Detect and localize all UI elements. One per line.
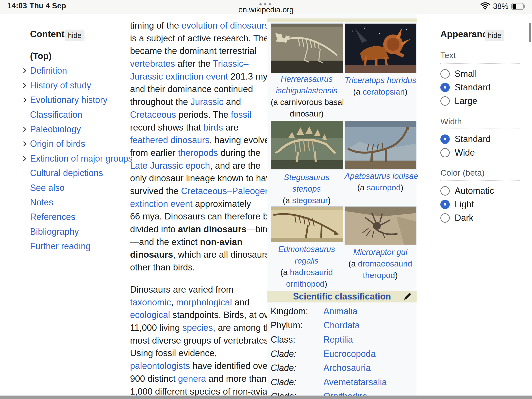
wiki-link[interactable]: Triceratops horridus [345,76,416,85]
taxon-link[interactable]: Animalia [323,306,357,316]
radio-unselected-icon[interactable] [440,69,450,79]
wiki-link[interactable]: sauropod [367,183,401,192]
sidebar-item-paleobiology[interactable]: Paleobiology [21,123,81,135]
wiki-link[interactable]: ecological [130,310,170,320]
wiki-link[interactable]: hadrosaurid [290,268,333,277]
scrollbar-thumb[interactable] [529,23,531,42]
taxon-link[interactable]: Chordata [323,320,360,331]
wiki-link[interactable]: morphological [176,297,232,307]
contents-hide-button[interactable]: hide [65,30,84,41]
wiki-link[interactable]: Jurassic [191,97,224,107]
chevron-right-icon[interactable] [21,67,28,74]
radio-option-large[interactable]: Large [440,94,520,108]
radio-option-automatic[interactable]: Automatic [440,184,520,198]
radio-selected-icon[interactable] [440,134,450,144]
sidebar-item-classification[interactable]: Classification [21,109,82,121]
wiki-link[interactable]: Cretaceous [130,110,176,120]
sidebar-item-label[interactable]: Origin of birds [30,139,85,149]
sidebar-item-label[interactable]: Further reading [30,241,91,251]
taxon-link[interactable]: Reptilia [323,334,353,345]
wiki-link[interactable]: Edmontosaurus [278,245,335,254]
chevron-right-icon[interactable] [21,82,28,89]
radio-option-light[interactable]: Light [440,198,520,211]
wiki-link[interactable]: ornithopod [286,279,325,288]
sidebar-item-label[interactable]: Paleobiology [30,124,81,134]
sidebar-item-label[interactable]: See also [30,183,65,193]
sidebar-item-label[interactable]: Notes [30,197,53,208]
sidebar-item-label[interactable]: Evolutionary history [30,95,107,105]
wiki-link[interactable]: Triassic– [213,59,249,69]
wiki-link[interactable]: ischigualastensis [276,86,337,95]
appearance-hide-button[interactable]: hide [485,30,504,41]
radio-unselected-icon[interactable] [440,213,450,223]
radio-selected-icon[interactable] [440,83,450,92]
sidebar-item-top[interactable]: (Top) [21,50,51,62]
wiki-link[interactable]: species [182,323,213,333]
sidebar-item-label[interactable]: Bibliography [30,227,79,237]
sidebar-item-origin-of-birds[interactable]: Origin of birds [21,138,85,150]
sidebar-item-further-reading[interactable]: Further reading [21,240,91,252]
sidebar-item-label[interactable]: Definition [30,66,67,76]
wiki-link[interactable]: Microraptor gui [353,248,407,257]
taxon-link[interactable]: Avemetatarsalia [323,377,387,387]
wiki-link[interactable]: dromaeosaurid [358,259,412,268]
address-bar-url[interactable]: en.wikipedia.org [0,5,532,14]
wiki-link[interactable]: birds [203,122,223,133]
sidebar-item-bibliography[interactable]: Bibliography [21,226,79,238]
radio-option-small[interactable]: Small [440,67,520,81]
radio-option-standard[interactable]: Standard [440,81,520,94]
wiki-link[interactable]: Stegosaurus [284,173,329,182]
sidebar-item-label[interactable]: Classification [30,110,82,120]
sidebar-item-label[interactable]: Cultural depictions [30,168,103,178]
wiki-link[interactable]: feathered dinosaurs [130,135,210,145]
triceratops-skeleton-image[interactable] [345,23,416,73]
chevron-right-icon[interactable] [21,140,28,148]
sidebar-item-extinction-of-major-groups[interactable]: Extinction of major groups [21,152,133,165]
wiki-link[interactable]: Apatosaurus louisae [345,171,418,181]
sidebar-item-definition[interactable]: Definition [21,65,67,77]
apatosaurus-skeleton-image[interactable] [345,121,416,169]
radio-option-standard[interactable]: Standard [440,132,520,146]
taxon-link[interactable]: Eucrocopoda [323,349,376,359]
wiki-link[interactable]: theropod [363,271,395,280]
wiki-link[interactable]: Late Jurassic epoch [130,161,210,171]
wiki-link[interactable]: fossil [231,110,251,120]
chevron-right-icon[interactable] [21,96,28,104]
sidebar-item-label[interactable]: References [30,212,75,222]
sidebar-item-cultural-depictions[interactable]: Cultural depictions [21,167,103,179]
wiki-link[interactable]: theropods [178,148,218,158]
radio-selected-icon[interactable] [440,200,450,209]
wiki-link[interactable]: evolution of dinosaurs [182,20,269,31]
sidebar-item-references[interactable]: References [21,211,75,223]
taxon-link[interactable]: Archosauria [323,363,371,373]
sidebar-item-see-also[interactable]: See also [21,182,65,194]
sidebar-item-evolutionary-history[interactable]: Evolutionary history [21,94,107,106]
wiki-link[interactable]: Jurassic extinction event [130,71,228,82]
sidebar-item-label[interactable]: Extinction of major groups [30,153,133,164]
sidebar-item-history-of-study[interactable]: History of study [21,79,91,92]
sidebar-item-label[interactable]: History of study [30,80,91,91]
pencil-icon[interactable] [403,293,411,301]
radio-option-wide[interactable]: Wide [440,146,520,159]
wiki-link[interactable]: paleontologists [130,361,190,371]
wiki-link[interactable]: genera [178,374,206,384]
wiki-link[interactable]: vertebrates [130,59,175,69]
stegosaurus-skeleton-image[interactable] [271,121,343,169]
radio-option-dark[interactable]: Dark [440,211,520,225]
radio-unselected-icon[interactable] [440,186,450,196]
microraptor-fossil-image[interactable] [345,206,416,245]
radio-unselected-icon[interactable] [440,148,450,157]
herrerasaurus-skeleton-image[interactable] [271,23,343,73]
wiki-link[interactable]: stenops [292,184,321,193]
wiki-link[interactable]: Herrerasaurus [281,74,333,83]
chevron-right-icon[interactable] [21,155,28,162]
wiki-link[interactable]: extinction event [130,199,193,209]
wiki-link[interactable]: taxonomic [130,297,171,307]
wiki-link[interactable]: Cretaceous–Paleogene [181,186,275,196]
edmontosaurus-skeleton-image[interactable] [271,206,343,242]
wiki-link[interactable]: ceratopsian [363,87,405,96]
chevron-right-icon[interactable] [21,126,28,133]
sidebar-item-notes[interactable]: Notes [21,196,53,209]
wiki-link[interactable]: regalis [295,256,318,265]
wiki-link[interactable]: stegosaur [292,196,328,205]
